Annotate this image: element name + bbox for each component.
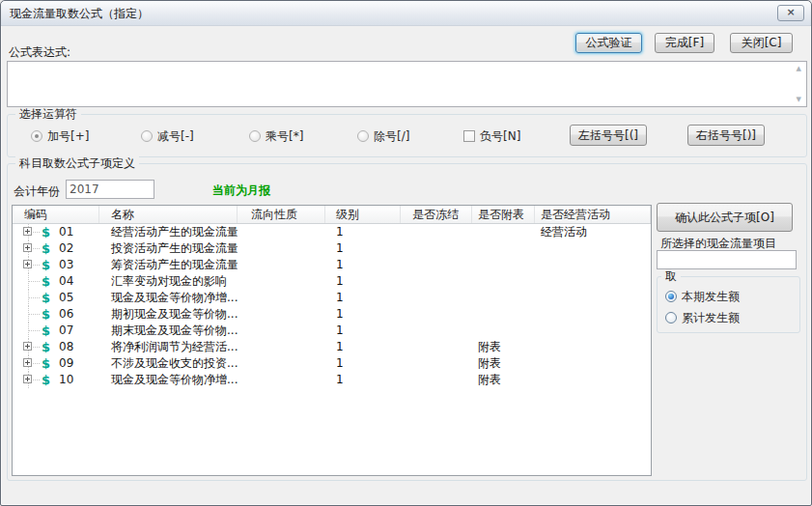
table-row[interactable]: $04汇率变动对现金的影响1: [13, 273, 651, 290]
col-flow[interactable]: 流向性质: [238, 206, 325, 223]
scroll-down-icon[interactable]: ▼: [797, 97, 801, 103]
row-code: 01: [59, 224, 73, 240]
row-name: 汇率变动对现金的影响: [99, 273, 238, 290]
money-icon: $: [42, 323, 50, 339]
row-code: 10: [59, 372, 73, 388]
money-icon: $: [42, 224, 50, 240]
row-operating: [535, 273, 651, 290]
row-name: 投资活动产生的现金流量: [99, 240, 238, 257]
validate-formula-button[interactable]: 公式验证: [575, 33, 642, 53]
row-flow: [238, 257, 325, 273]
col-operating[interactable]: 是否经营活动: [535, 206, 651, 223]
table-row[interactable]: $10现金及现金等价物净增...1附表: [13, 372, 651, 388]
title-bar: 现金流量取数公式（指定） ×: [1, 1, 811, 26]
row-tree-cell: $06: [13, 306, 99, 323]
checkbox-icon: [463, 130, 475, 142]
row-attached: [472, 306, 535, 323]
row-name: 筹资活动产生的现金流量: [99, 257, 238, 273]
row-level: 1: [325, 355, 401, 372]
radio-current-period-label: 本期发生额: [682, 290, 740, 303]
col-name[interactable]: 名称: [99, 206, 238, 223]
row-code: 05: [59, 290, 73, 306]
money-icon: $: [42, 257, 50, 273]
row-tree-cell: $03: [13, 257, 99, 273]
expander-plus-icon[interactable]: [23, 260, 32, 268]
period-note: 当前为月报: [212, 183, 270, 199]
formula-expression-input[interactable]: [7, 61, 807, 107]
expander-plus-icon[interactable]: [23, 358, 32, 367]
row-flow: [238, 224, 325, 240]
money-icon: $: [42, 306, 50, 323]
selected-item-input[interactable]: [657, 250, 797, 269]
radio-multiply-label: 乘号[*]: [266, 129, 303, 143]
row-attached: [472, 224, 535, 240]
row-tree-cell: $09: [13, 355, 99, 372]
radio-multiply[interactable]: 乘号[*]: [249, 129, 303, 143]
negative-checkbox[interactable]: 负号[N]: [463, 129, 520, 143]
table-row[interactable]: $09不涉及现金收支的投资...1附表: [13, 355, 651, 372]
row-level: 1: [325, 224, 401, 240]
row-name: 现金及现金等价物净增...: [99, 372, 238, 388]
expander-plus-icon[interactable]: [23, 227, 32, 236]
radio-cumulative-label: 累计发生额: [682, 311, 740, 324]
radio-selected-icon: [665, 291, 677, 302]
row-level: 1: [325, 290, 401, 306]
row-frozen: [401, 290, 472, 306]
row-attached: [472, 290, 535, 306]
row-frozen: [401, 224, 472, 240]
radio-minus-label: 减号[-]: [157, 129, 194, 143]
table-row[interactable]: $06期初现金及现金等价物...1: [13, 306, 651, 323]
radio-divide-label: 除号[/]: [374, 129, 409, 143]
table-header: 编码 名称 流向性质 级别 是否冻结 是否附表 是否经营活动: [13, 206, 651, 224]
row-tree-cell: $05: [13, 290, 99, 306]
radio-cumulative[interactable]: 累计发生额: [665, 311, 740, 324]
scroll-up-icon[interactable]: ▲: [797, 66, 801, 72]
row-name: 期初现金及现金等价物...: [99, 306, 238, 323]
col-level[interactable]: 级别: [325, 206, 401, 223]
table-row[interactable]: $05现金及现金等价物净增...1: [13, 290, 651, 306]
table-row[interactable]: $01经营活动产生的现金流量1经营活动: [13, 224, 651, 240]
expander-plus-icon[interactable]: [23, 342, 32, 351]
row-operating: 经营活动: [535, 224, 651, 240]
expander-plus-icon[interactable]: [23, 243, 32, 252]
row-frozen: [401, 339, 472, 355]
table-row[interactable]: $07期末现金及现金等价物...1: [13, 323, 651, 339]
radio-plus[interactable]: 加号[+]: [31, 129, 89, 143]
take-group-label: 取: [661, 269, 681, 283]
window-title: 现金流量取数公式（指定）: [10, 6, 149, 22]
row-name: 不涉及现金收支的投资...: [99, 355, 238, 372]
money-icon: $: [42, 290, 50, 306]
radio-divide[interactable]: 除号[/]: [357, 129, 409, 143]
row-code: 03: [59, 257, 73, 273]
col-frozen[interactable]: 是否冻结: [401, 206, 472, 223]
left-paren-button[interactable]: 左括号号[(]: [570, 125, 647, 146]
radio-minus[interactable]: 减号[-]: [141, 129, 194, 143]
finish-button[interactable]: 完成[F]: [655, 33, 714, 53]
row-flow: [238, 273, 325, 290]
radio-current-period[interactable]: 本期发生额: [665, 290, 740, 303]
row-level: 1: [325, 306, 401, 323]
fiscal-year-input[interactable]: [66, 180, 154, 199]
radio-selected-icon: [31, 130, 42, 142]
right-paren-button[interactable]: 右括号号[)]: [687, 125, 765, 146]
col-code[interactable]: 编码: [13, 206, 99, 223]
table-row[interactable]: $02投资活动产生的现金流量1: [13, 240, 651, 257]
subject-group: 科目取数公式子项定义 会计年份 当前为月报 编码 名称 流向性质 级别 是否冻结…: [7, 163, 807, 481]
expander-plus-icon[interactable]: [23, 375, 32, 383]
table-row[interactable]: $03筹资活动产生的现金流量1: [13, 257, 651, 273]
row-attached: [472, 273, 535, 290]
row-attached: 附表: [472, 372, 535, 388]
row-operating: [535, 240, 651, 257]
row-frozen: [401, 372, 472, 388]
fiscal-year-label: 会计年份: [14, 183, 60, 200]
row-frozen: [401, 306, 472, 323]
money-icon: $: [42, 339, 50, 355]
row-name: 经营活动产生的现金流量: [99, 224, 238, 240]
col-attached[interactable]: 是否附表: [472, 206, 535, 223]
radio-plus-label: 加号[+]: [47, 129, 89, 143]
confirm-subitem-button[interactable]: 确认此公式子项[O]: [657, 203, 793, 232]
close-button[interactable]: 关闭[C]: [730, 33, 793, 53]
row-level: 1: [325, 240, 401, 257]
close-icon[interactable]: ×: [777, 5, 804, 21]
table-row[interactable]: $08将净利润调节为经营活...1附表: [13, 339, 651, 355]
